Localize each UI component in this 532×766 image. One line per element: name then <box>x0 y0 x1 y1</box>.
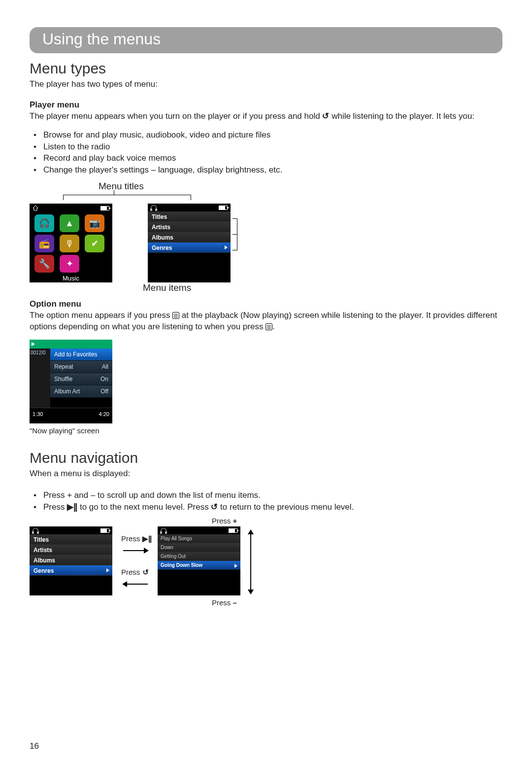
battery-icon <box>229 528 237 533</box>
screenshot-music-list: Titles Artists Albums Genres <box>148 204 231 282</box>
list-item: Artists <box>148 222 231 232</box>
app-icon: 🎙 <box>60 235 79 252</box>
back-icon: ↻ <box>211 501 218 513</box>
battery-icon <box>219 206 228 210</box>
heading-menu-types: Menu types <box>30 60 502 77</box>
time-total: 4:20 <box>99 411 109 417</box>
list-item: Listen to the radio <box>30 141 502 153</box>
diagram-menu-titles: Menu titles 🎧 ▲ 📷 📻 🎙 ✔ 🔧 ✦ Music Titles… <box>30 184 502 297</box>
home-selected-label: Music <box>30 275 112 282</box>
option-row: ShuffleOn <box>50 373 112 385</box>
back-icon: ↻ <box>322 111 329 122</box>
player-menu-p1: The player menu appears when you turn on… <box>30 111 502 122</box>
option-menu-p: The option menu appears if you press at … <box>30 310 502 333</box>
label-press-back: Press ↻ <box>121 568 149 577</box>
screenshot-now-playing: 0012/0 Add to Favorites RepeatAll Shuffl… <box>30 340 112 423</box>
menu-nav-bullets: Press + and – to scroll up and down the … <box>30 489 502 513</box>
list-item: Browse for and play music, audiobook, vi… <box>30 129 502 141</box>
headphone-icon <box>151 205 157 210</box>
label-menu-items: Menu items <box>143 282 191 293</box>
list-item: Change the player's settings – language,… <box>30 164 502 176</box>
menu-nav-intro: When a menu is displayed: <box>30 468 502 480</box>
list-item-selected: Genres <box>148 243 231 253</box>
heading-option-menu: Option menu <box>30 299 502 309</box>
list-item: Press + and – to scroll up and down the … <box>30 489 502 501</box>
heading-menu-navigation: Menu navigation <box>30 450 502 466</box>
list-item: Titles <box>30 534 112 545</box>
app-icon: ✦ <box>60 255 79 273</box>
label-press-play: Press ▶ǁ <box>121 534 152 543</box>
diagram-navigation: Titles Artists Albums Genres Press ▶ǁ Pr… <box>30 521 305 614</box>
headphone-icon <box>33 528 38 533</box>
menu-icon <box>172 312 179 319</box>
label-press-minus: Press – <box>212 598 237 607</box>
arrow-left-icon <box>123 584 148 585</box>
section-header-title: Using the menus <box>42 30 161 48</box>
headphone-icon <box>161 528 166 533</box>
section-header: Using the menus <box>30 27 502 53</box>
screenshot-home-grid: 🎧 ▲ 📷 📻 🎙 ✔ 🔧 ✦ Music <box>30 204 112 282</box>
list-item-selected: Genres <box>30 565 112 576</box>
now-playing-caption: "Now playing" screen <box>30 426 502 435</box>
battery-icon <box>100 206 109 210</box>
list-item: Play All Songs <box>158 534 240 543</box>
option-row: RepeatAll <box>50 361 112 373</box>
list-item: Press ▶ǁ to go to the next menu level. P… <box>30 501 502 513</box>
list-item: Albums <box>30 555 112 565</box>
track-counter: 0012/0 <box>30 348 50 408</box>
back-icon: ↻ <box>142 568 149 577</box>
arrow-updown-icon <box>250 530 251 593</box>
list-item: Getting Out <box>158 552 240 561</box>
list-item: Down <box>158 543 240 552</box>
app-icon: 🎧 <box>34 214 54 232</box>
app-icon: 🔧 <box>34 255 54 273</box>
menu-icon <box>266 323 272 330</box>
list-item: Artists <box>30 545 112 555</box>
arrow-right-icon <box>123 550 148 551</box>
screenshot-nav-level2: Play All Songs Down Getting Out Going Do… <box>158 526 240 595</box>
list-item: Albums <box>148 232 231 243</box>
list-item-selected: Going Down Slow <box>158 561 240 570</box>
battery-icon <box>100 528 109 533</box>
player-menu-bullets: Browse for and play music, audiobook, vi… <box>30 129 502 176</box>
play-pause-icon: ▶ǁ <box>67 502 77 512</box>
label-press-plus: Press + <box>212 517 237 525</box>
app-icon: 📷 <box>85 214 104 232</box>
app-icon: 📻 <box>34 235 54 252</box>
app-icon: ▲ <box>60 214 79 232</box>
label-menu-titles: Menu titles <box>99 181 144 192</box>
option-row-selected: Add to Favorites <box>50 348 112 361</box>
screenshot-nav-level1: Titles Artists Albums Genres <box>30 526 112 595</box>
menu-types-intro: The player has two types of menu: <box>30 79 502 90</box>
app-icon: ✔ <box>85 235 104 252</box>
heading-player-menu: Player menu <box>30 100 502 110</box>
home-icon <box>33 205 38 211</box>
time-elapsed: 1:30 <box>33 411 43 417</box>
list-item: Record and play back voice memos <box>30 152 502 164</box>
page-number: 16 <box>30 741 39 751</box>
option-row: Album ArtOff <box>50 385 112 398</box>
play-icon <box>32 342 35 346</box>
play-pause-icon: ▶ǁ <box>142 534 152 543</box>
list-item: Titles <box>148 211 231 222</box>
